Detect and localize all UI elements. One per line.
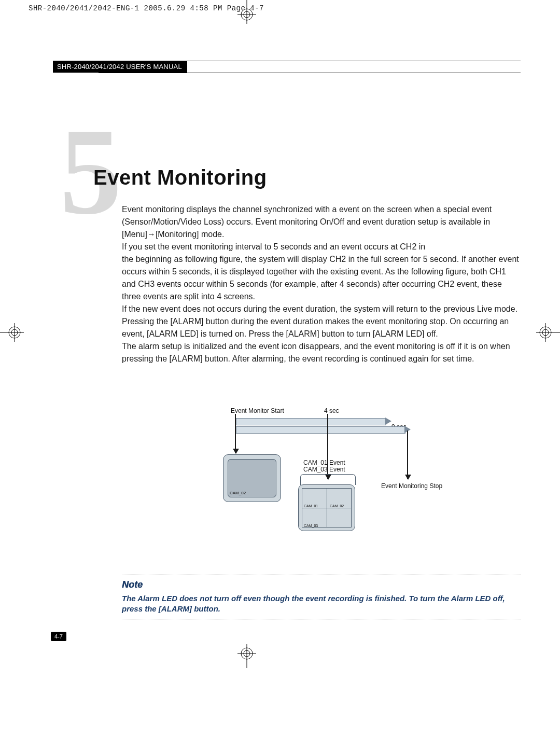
registration-mark-top: [237, 0, 256, 26]
body-text: Event monitoring displays the channel sy…: [122, 203, 521, 365]
grid-hline: [302, 508, 351, 508]
arrow-down-icon: [235, 414, 236, 453]
camera-screen-single: CAM_02: [223, 454, 281, 502]
arrow-down-icon: [407, 430, 408, 479]
dotted-rule: [122, 575, 521, 575]
label-cam03-event: CAM_03 Event: [303, 466, 345, 473]
event-monitoring-diagram: Event Monitor Start 4 sec 9 sec CAM_01 E…: [174, 405, 438, 560]
manual-header: SHR-2040/2041/2042 USER'S MANUAL: [53, 61, 187, 73]
crop-marks-header: SHR-2040/2041/2042-ENG-1 2005.6.29 4:58 …: [29, 4, 264, 12]
arrow-right-icon: [385, 418, 391, 425]
label-event-monitor-start: Event Monitor Start: [231, 407, 284, 414]
page-content: SHR-2040/2041/2042 USER'S MANUAL 5 Event…: [49, 41, 540, 672]
paragraph: Event monitoring displays the channel sy…: [122, 203, 521, 241]
timeline-bar-9sec: [236, 426, 405, 434]
camera-screen-grid: CAM_01 CAM_02 CAM_03: [298, 484, 355, 531]
paragraph: If you set the event monitoring interval…: [122, 241, 521, 253]
note-body: The Alarm LED does not turn off even tho…: [122, 593, 521, 615]
page-title: Event Monitoring: [93, 166, 267, 189]
registration-mark-left: [0, 323, 24, 344]
paragraph: the beginning as following figure, the s…: [122, 253, 521, 303]
bracket-icon: [300, 474, 356, 485]
grid-cell-label: CAM_03: [304, 524, 318, 527]
camera-label: CAM_02: [230, 491, 246, 495]
note-block: Note The Alarm LED does not turn off eve…: [122, 575, 521, 619]
paragraph: The alarm setup is initialized and the e…: [122, 340, 521, 365]
grid-inner: CAM_01 CAM_02 CAM_03: [302, 488, 352, 527]
header-rule: [99, 61, 521, 61]
header-rule-bottom: [99, 73, 521, 73]
grid-cell-label: CAM_01: [304, 504, 318, 508]
timeline-bar-4sec: [236, 418, 386, 425]
label-4sec: 4 sec: [324, 407, 339, 414]
page-number: 4-7: [51, 632, 66, 641]
dotted-rule: [122, 619, 521, 619]
label-event-monitoring-stop: Event Monitoring Stop: [381, 482, 442, 490]
paragraph: If the new event does not occurs during …: [122, 303, 521, 340]
label-cam01-event: CAM_01 Event: [303, 459, 345, 466]
note-heading: Note: [122, 579, 521, 590]
grid-cell-label: CAM_02: [330, 504, 344, 508]
